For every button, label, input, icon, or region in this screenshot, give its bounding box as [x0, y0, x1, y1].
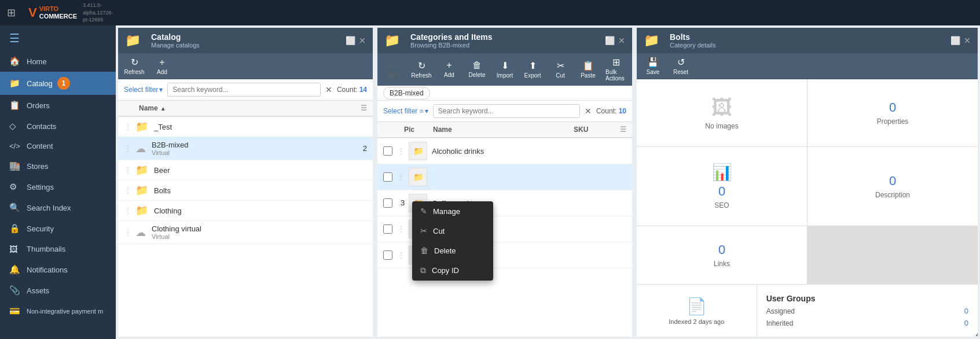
security-icon: 🔒	[9, 223, 21, 234]
bolts-seo-cell[interactable]: 📊 0 SEO	[637, 147, 807, 226]
context-menu-cut[interactable]: ✂ Cut	[412, 221, 493, 241]
categories-paste-btn[interactable]: 📋 Paste	[578, 60, 599, 79]
catalog-add-label: Add	[157, 69, 167, 75]
export-icon: ⬆	[529, 60, 537, 71]
categories-add-btn[interactable]: + Add	[439, 60, 460, 78]
sidebar-item-assets[interactable]: 📎 Assets	[0, 280, 116, 301]
paste-icon: 📋	[582, 60, 594, 71]
sidebar-item-non-integrative[interactable]: 💳 Non-integrative payment m	[0, 301, 116, 322]
catalog-search-input[interactable]	[167, 83, 321, 97]
sidebar-label-search-index: Search Index	[27, 204, 71, 212]
grid-icon[interactable]: ⊞	[0, 6, 23, 19]
sidebar-item-security[interactable]: 🔒 Security	[0, 218, 116, 239]
row-checkbox[interactable]	[383, 224, 392, 234]
bolts-panel-titles: Bolts Category details	[670, 32, 716, 49]
bolts-links-cell[interactable]: 0 Links	[637, 226, 807, 284]
catalog-table-header: Name ▲ ☰	[118, 101, 373, 117]
categories-search-input[interactable]	[433, 104, 580, 118]
table-row[interactable]: ⋮ 📁	[377, 164, 632, 190]
categories-cut-label: Cut	[556, 72, 565, 79]
sidebar-item-notifications[interactable]: 🔔 Notifications	[0, 259, 116, 280]
sidebar-toggle[interactable]: ☰	[0, 25, 116, 51]
refresh-icon: ↻	[131, 57, 138, 68]
categories-cut-btn[interactable]: ✂ Cut	[550, 60, 571, 79]
catalog-clear-btn[interactable]: ✕	[325, 85, 332, 94]
row-name: Alcoholic drinks	[432, 147, 626, 156]
delete-icon: 🗑	[472, 60, 482, 71]
sidebar-item-home[interactable]: 🏠 Home	[0, 51, 116, 72]
sidebar-item-search-index[interactable]: 🔍 Search Index	[0, 197, 116, 218]
table-row[interactable]: ⋮ 📁 Alcoholic drinks	[377, 138, 632, 164]
catalog-select-filter[interactable]: Select filter ▾	[124, 86, 163, 94]
sidebar-item-content[interactable]: </> Content	[0, 137, 116, 156]
b2b-badge[interactable]: B2B-mixed	[383, 87, 430, 100]
grid-lines-icon[interactable]: ☰	[361, 104, 367, 112]
row-checkbox[interactable]	[383, 250, 392, 260]
context-menu-manage[interactable]: ✎ Manage	[412, 201, 493, 221]
indexed-label: Indexed 2 days ago	[669, 318, 724, 325]
table-row[interactable]: ⋮ 📁 Beer	[118, 160, 373, 180]
row-checkbox[interactable]	[383, 172, 392, 182]
categories-export-btn[interactable]: ⬆ Export	[522, 60, 543, 79]
user-groups-title: User Groups	[766, 294, 968, 303]
bolts-maximize-btn[interactable]: ⬜	[950, 36, 960, 45]
table-row[interactable]: ⋮ ☁ B2B-mixed Virtual 2	[118, 137, 373, 160]
bolts-close-btn[interactable]: ✕	[964, 36, 971, 45]
table-row[interactable]: ⋮ 📁 _Test	[118, 117, 373, 137]
categories-maximize-btn[interactable]: ⬜	[605, 36, 615, 45]
catalog-panel-header-left: 📁 Catalog Manage catalogs	[125, 32, 200, 49]
table-row[interactable]: ⋮ 📁 Bolts	[118, 180, 373, 201]
row-pic: 📁	[409, 142, 427, 160]
bolts-description-cell[interactable]: 0 Description	[808, 147, 978, 226]
catalog-close-btn[interactable]: ✕	[359, 36, 366, 45]
categories-close-btn[interactable]: ✕	[618, 36, 625, 45]
row-name: B2B-mixed	[152, 141, 358, 149]
bolts-save-btn[interactable]: 💾 Save	[643, 57, 663, 75]
categories-refresh-btn[interactable]: ↻ Refresh	[411, 60, 432, 79]
drag-handle-icon: ⋮	[397, 146, 405, 156]
orders-icon: 📋	[9, 100, 21, 110]
categories-bulk-btn[interactable]: ⊞ Bulk Actions	[605, 57, 626, 82]
categories-panel-title: Categories and Items	[410, 32, 493, 42]
catalog-refresh-btn[interactable]: ↻ Refresh	[124, 57, 145, 75]
catalog-panel-titles: Catalog Manage catalogs	[151, 32, 200, 49]
row-checkbox[interactable]	[383, 146, 392, 156]
categories-select-filter[interactable]: Select filter = ▾	[383, 107, 428, 115]
categories-grid-lines-icon[interactable]: ☰	[620, 126, 626, 134]
table-row[interactable]: ⋮ 📁 Clothing	[118, 201, 373, 221]
sidebar-item-settings[interactable]: ⚙ Settings	[0, 176, 116, 197]
search-index-icon: 🔍	[9, 202, 21, 213]
bolts-reset-btn[interactable]: ↺ Reset	[670, 57, 691, 75]
sidebar-item-orders[interactable]: 📋 Orders	[0, 95, 116, 116]
drag-handle-icon: ⋮	[124, 228, 132, 237]
table-row[interactable]: ⋮ ☁ Clothing virtual Virtual	[118, 221, 373, 244]
sidebar-item-thumbnails[interactable]: 🖼 Thumbnails	[0, 239, 116, 259]
categories-back-btn[interactable]: ← Back	[383, 60, 404, 78]
context-menu-copy-id[interactable]: ⧉ Copy ID	[412, 260, 493, 281]
categories-delete-btn[interactable]: 🗑 Delete	[467, 60, 487, 78]
categories-panel-header: 📁 Categories and Items Browsing B2B-mixe…	[377, 28, 632, 53]
sidebar-item-catalog[interactable]: 📁 Catalog 1	[0, 72, 116, 95]
bulk-icon: ⊞	[612, 57, 620, 68]
catalog-add-btn[interactable]: + Add	[152, 57, 172, 75]
drag-handle-icon: ⋮	[124, 206, 132, 215]
row-checkbox[interactable]	[383, 198, 392, 208]
payment-icon: 💳	[9, 306, 21, 316]
catalog-maximize-btn[interactable]: ⬜	[346, 36, 355, 45]
bolts-images-cell: 🖼 No images	[637, 79, 807, 146]
doc-icon: 📄	[687, 297, 707, 316]
bolts-folder-icon: 📁	[644, 33, 659, 48]
drag-handle-icon: ⋮	[397, 224, 405, 234]
categories-bulk-label: Bulk Actions	[605, 69, 626, 82]
context-menu-delete[interactable]: 🗑 Delete	[412, 241, 493, 260]
sidebar-item-stores[interactable]: 🏬 Stores	[0, 156, 116, 176]
bolts-properties-cell[interactable]: 0 Properties	[808, 79, 978, 146]
logo-text: VIRTO	[39, 5, 77, 13]
categories-panel: 📁 Categories and Items Browsing B2B-mixe…	[377, 28, 632, 337]
sidebar-item-contacts[interactable]: ◇ Contacts	[0, 116, 116, 137]
context-delete-label: Delete	[434, 246, 456, 255]
categories-clear-btn[interactable]: ✕	[585, 106, 592, 116]
context-copyid-label: Copy ID	[432, 266, 459, 275]
categories-import-btn[interactable]: ⬇ Import	[494, 60, 515, 79]
context-manage-label: Manage	[433, 207, 460, 216]
